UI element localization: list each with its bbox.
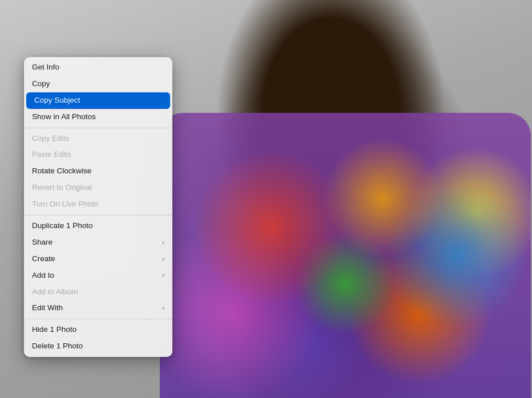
- menu-item-duplicate-1-photo[interactable]: Duplicate 1 Photo: [24, 218, 172, 234]
- menu-item-get-info[interactable]: Get Info: [24, 59, 172, 76]
- menu-item-label: Get Info: [32, 62, 59, 73]
- menu-item-label: Copy Subject: [34, 95, 80, 106]
- menu-item-copy-edits: Copy Edits: [24, 131, 172, 147]
- menu-item-label: Add to: [32, 270, 54, 281]
- menu-item-copy[interactable]: Copy: [24, 76, 172, 92]
- menu-item-share[interactable]: Share›: [24, 234, 172, 251]
- menu-item-copy-subject[interactable]: Copy Subject: [26, 92, 170, 109]
- menu-item-label: Duplicate 1 Photo: [32, 221, 93, 232]
- menu-item-label: Paste Edits: [32, 149, 71, 160]
- submenu-arrow-icon: ›: [162, 238, 164, 247]
- menu-item-label: Copy Edits: [32, 133, 69, 144]
- menu-item-label: Edit With: [32, 303, 63, 314]
- menu-item-hide-1-photo[interactable]: Hide 1 Photo: [24, 322, 172, 338]
- menu-item-label: Copy: [32, 79, 50, 90]
- menu-separator: [24, 215, 172, 216]
- menu-item-label: Hide 1 Photo: [32, 324, 76, 335]
- context-menu: Get InfoCopyCopy SubjectShow in All Phot…: [24, 57, 172, 357]
- menu-item-add-to-album: Add to Album: [24, 284, 172, 300]
- menu-item-create[interactable]: Create›: [24, 251, 172, 267]
- menu-item-label: Turn On Live Photo: [32, 199, 99, 210]
- menu-item-label: Create: [32, 254, 55, 265]
- menu-item-show-in-all-photos[interactable]: Show in All Photos: [24, 109, 172, 125]
- menu-item-label: Add to Album: [32, 287, 78, 298]
- menu-item-add-to[interactable]: Add to›: [24, 267, 172, 284]
- menu-item-paste-edits: Paste Edits: [24, 147, 172, 163]
- menu-item-revert-to-original: Revert to Original: [24, 180, 172, 196]
- menu-separator: [24, 128, 172, 128]
- menu-item-label: Revert to Original: [32, 182, 92, 193]
- menu-item-delete-1-photo[interactable]: Delete 1 Photo: [24, 338, 172, 355]
- submenu-arrow-icon: ›: [162, 255, 164, 263]
- menu-item-label: Show in All Photos: [32, 112, 96, 123]
- submenu-arrow-icon: ›: [162, 271, 164, 279]
- menu-item-label: Rotate Clockwise: [32, 166, 91, 177]
- menu-separator: [24, 319, 172, 319]
- menu-item-label: Delete 1 Photo: [32, 341, 83, 352]
- submenu-arrow-icon: ›: [162, 304, 164, 312]
- menu-item-rotate-clockwise[interactable]: Rotate Clockwise: [24, 163, 172, 180]
- menu-item-turn-on-live-photo: Turn On Live Photo: [24, 196, 172, 213]
- menu-item-label: Share: [32, 237, 53, 248]
- menu-item-edit-with[interactable]: Edit With›: [24, 300, 172, 316]
